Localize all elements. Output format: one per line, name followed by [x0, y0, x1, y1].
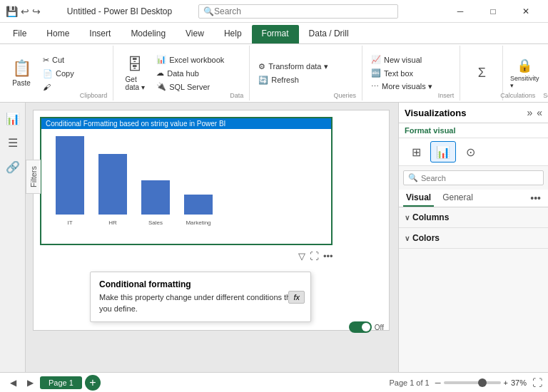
panel-tabs: Visual General •••	[399, 190, 548, 207]
panel-search-input[interactable]	[421, 174, 539, 182]
tab-general[interactable]: General	[440, 190, 476, 207]
toggle-control[interactable]	[349, 321, 372, 333]
chart-toolbar: ▽ ⛶ •••	[298, 251, 333, 262]
tab-data-drill[interactable]: Data / Drill	[299, 25, 359, 43]
nav-model-icon[interactable]: 🔗	[3, 157, 23, 177]
sensitivity-button[interactable]: 🔒 Sensitivity ▾	[509, 55, 540, 92]
zoom-slider[interactable]	[444, 381, 501, 384]
bar-chart-vis-icon[interactable]: 📊	[430, 141, 456, 163]
tab-format[interactable]: Format	[252, 25, 299, 43]
toggle-label: Off	[375, 324, 384, 331]
excel-workbook-button[interactable]: 📊 Excel workbook	[153, 53, 227, 66]
zoom-level: 37%	[511, 378, 527, 387]
cut-icon: ✂	[43, 56, 49, 65]
page-info: Page 1 of 1	[389, 378, 429, 387]
tab-modeling[interactable]: Modeling	[121, 25, 176, 43]
more-visuals-button[interactable]: ⋯ More visuals ▾	[368, 81, 435, 93]
tab-home[interactable]: Home	[36, 25, 79, 43]
new-measure-button[interactable]: Σ	[466, 63, 497, 83]
toggle-knob	[362, 323, 370, 331]
nav-report-icon[interactable]: 📊	[3, 108, 23, 128]
collapse-panel-icon[interactable]: «	[537, 107, 542, 118]
tooltip-text: Make this property change under differen…	[99, 292, 302, 314]
window-controls: ─ □ ✕	[444, 0, 542, 23]
fit-page-icon[interactable]: ⛶	[532, 377, 542, 388]
maximize-button[interactable]: □	[477, 0, 509, 23]
sql-icon: 🔌	[156, 82, 166, 91]
table-vis-icon[interactable]: ⊞	[403, 141, 429, 163]
title-bar-icons: 💾 ↩ ↪	[6, 6, 41, 17]
panel-search-bar[interactable]: 🔍	[403, 170, 544, 185]
filter-icon[interactable]: ▽	[298, 251, 305, 262]
more-options-icon[interactable]: •••	[323, 251, 333, 262]
panel-search-icon: 🔍	[408, 173, 418, 182]
new-visual-button[interactable]: 📈 New visual	[368, 53, 435, 66]
tab-file[interactable]: File	[3, 25, 36, 43]
text-box-icon: 🔤	[371, 68, 381, 78]
pie-chart-vis-icon[interactable]: ⊙	[457, 141, 483, 163]
tab-insert[interactable]: Insert	[79, 25, 121, 43]
columns-section-header[interactable]: ∨ Columns	[405, 210, 542, 225]
transform-icon: ⚙	[258, 62, 265, 71]
close-button[interactable]: ✕	[509, 0, 542, 23]
filters-tab[interactable]: Filters	[26, 160, 41, 194]
conditional-format-toggle[interactable]: Off	[349, 321, 384, 333]
toggle-area: Off	[349, 321, 384, 333]
columns-section: ∨ Columns	[399, 207, 548, 228]
status-right: Page 1 of 1 ─ + 37% ⛶	[389, 377, 542, 388]
zoom-in-button[interactable]: +	[504, 378, 508, 387]
sensitivity-label: Sensitivity	[543, 92, 548, 100]
title-search-bar[interactable]: 🔍	[198, 4, 398, 19]
redo-icon[interactable]: ↪	[32, 6, 41, 17]
copy-button[interactable]: 📄 Copy	[40, 68, 77, 80]
tab-help[interactable]: Help	[214, 25, 252, 43]
panel-title: Visualizations	[405, 108, 466, 118]
undo-icon[interactable]: ↩	[21, 6, 29, 17]
refresh-button[interactable]: 🔄 Refresh	[255, 74, 330, 86]
columns-label: Columns	[412, 212, 449, 222]
data-group: 🗄 Getdata ▾ 📊 Excel workbook ☁ Data hub …	[113, 46, 250, 100]
text-box-button[interactable]: 🔤 Text box	[368, 67, 435, 79]
chart-bar-marketing	[184, 195, 213, 215]
tab-more-icon[interactable]: •••	[527, 190, 544, 207]
fx-button[interactable]: fx	[288, 291, 305, 304]
tab-visual[interactable]: Visual	[403, 190, 434, 207]
focus-mode-icon[interactable]: ⛶	[310, 251, 319, 262]
refresh-icon: 🔄	[258, 76, 268, 85]
paste-button[interactable]: 📋 Paste	[6, 56, 37, 90]
colors-section-header[interactable]: ∨ Colors	[405, 231, 542, 245]
expand-panel-icon[interactable]: »	[527, 107, 532, 118]
nav-data-icon[interactable]: ☰	[3, 133, 23, 153]
excel-icon: 📊	[156, 55, 166, 64]
more-visuals-icon: ⋯	[371, 82, 379, 91]
zoom-out-button[interactable]: ─	[435, 378, 441, 387]
page-1-tab[interactable]: Page 1	[40, 376, 82, 389]
prev-page-button[interactable]: ◀	[6, 376, 20, 390]
data-hub-button[interactable]: ☁ Data hub	[153, 67, 227, 79]
sql-server-button[interactable]: 🔌 SQL Server	[153, 81, 227, 93]
panel-sub-header: Format visual	[399, 123, 548, 138]
chart-title: Conditional Formatting based on string v…	[41, 118, 331, 129]
chart-bar-it	[56, 136, 84, 215]
minimize-button[interactable]: ─	[444, 0, 477, 23]
get-data-button[interactable]: 🗄 Getdata ▾	[119, 53, 151, 94]
queries-group: ⚙ Transform data ▾ 🔄 Refresh Queries	[250, 46, 362, 100]
insert-label: Insert	[438, 92, 455, 100]
add-page-button[interactable]: +	[85, 375, 101, 391]
zoom-thumb	[478, 378, 487, 387]
cut-button[interactable]: ✂ Cut	[40, 54, 77, 66]
data-label: Data	[230, 92, 243, 100]
chart-bar-sales	[141, 180, 170, 215]
format-paint-button[interactable]: 🖌	[40, 81, 77, 93]
chart-label-it: IT	[56, 220, 84, 226]
title-search-input[interactable]	[214, 6, 342, 16]
next-page-button[interactable]: ▶	[23, 376, 37, 390]
tab-view[interactable]: View	[176, 25, 214, 43]
tooltip-box: Conditional formatting Make this propert…	[90, 272, 311, 322]
calculations-group: Σ Calculations	[460, 46, 503, 100]
visualizations-panel: Visualizations » « Format visual ⊞ 📊 ⊙ 🔍…	[398, 103, 548, 372]
copy-icon: 📄	[43, 69, 53, 78]
transform-data-button[interactable]: ⚙ Transform data ▾	[255, 61, 330, 73]
save-icon[interactable]: 💾	[6, 6, 18, 17]
chart-container[interactable]: Conditional Formatting based on string v…	[40, 117, 333, 245]
